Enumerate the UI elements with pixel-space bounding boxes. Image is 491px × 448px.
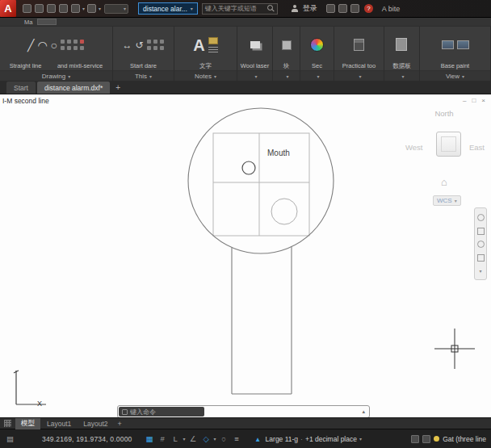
command-line[interactable]: ▴ (117, 405, 370, 417)
tool-label: 文字 (199, 62, 212, 69)
pan-icon[interactable] (477, 228, 485, 235)
lineweight-icon[interactable]: ≡ (232, 433, 242, 444)
document-window-controls: – □ × (463, 97, 485, 104)
navbar-more-icon[interactable]: ▾ (479, 268, 481, 274)
model-space-icon[interactable]: ▤ (5, 433, 15, 444)
search-icon[interactable] (267, 5, 275, 12)
layout-grid-icon[interactable] (4, 420, 11, 427)
chevron-down-icon[interactable]: ▾ (359, 436, 362, 442)
annotation-scale-label[interactable]: Large 11-g (266, 435, 298, 443)
color-wheel-icon[interactable] (310, 38, 324, 52)
snap-toggle-icon[interactable]: # (157, 433, 168, 444)
navigation-bar: ▾ (474, 207, 487, 280)
save-icon[interactable] (47, 4, 56, 13)
command-customize-icon[interactable] (122, 409, 128, 415)
viewcube-cube[interactable] (436, 132, 461, 157)
undo-dropdown-icon[interactable]: ▾ (82, 6, 85, 11)
panel-caption-view[interactable]: View ▾ (420, 70, 490, 81)
exchange-apps-icon[interactable] (338, 4, 347, 13)
tab-start[interactable]: Start (6, 82, 36, 94)
stay-connected-icon[interactable] (350, 4, 359, 13)
zoom-icon[interactable] (477, 241, 485, 248)
document-title[interactable]: distance alar... ▾ (138, 2, 198, 15)
tool-label: Sec (312, 62, 322, 69)
drawing-canvas[interactable]: I-M second line – □ × Mouth X North West… (0, 94, 491, 417)
wcs-dropdown[interactable]: WCS ▾ (433, 195, 461, 206)
command-history-icon[interactable]: ▴ (362, 408, 365, 415)
viewcube-home-icon[interactable]: ⌂ (441, 177, 447, 187)
table-tool-icon[interactable] (208, 37, 218, 44)
move-tool-icon[interactable]: ↔ (122, 40, 132, 50)
orbit-icon[interactable] (477, 254, 485, 262)
app-logo[interactable]: A (0, 0, 16, 17)
panel-expand-icon: ▾ (462, 73, 464, 79)
panel-caption-utilities[interactable]: ▾ (334, 70, 384, 81)
redo-icon[interactable] (87, 4, 96, 13)
close-icon[interactable]: × (481, 97, 485, 104)
dimension-tool-icon[interactable] (208, 47, 218, 53)
ribbon-tab-active[interactable] (37, 19, 57, 25)
panel-caption-clipboard[interactable]: ▾ (384, 70, 419, 81)
circle-tool-icon[interactable]: ○ (51, 40, 57, 51)
new-file-icon[interactable] (23, 4, 31, 13)
clipboard-icon[interactable] (397, 40, 407, 51)
tab-active-document[interactable]: distance alarm.dxf* (37, 82, 110, 94)
panel-caption-modify[interactable]: This ▾ (113, 70, 174, 81)
panel-caption-layers[interactable]: ▾ (237, 70, 272, 81)
text-tool-icon[interactable]: A (193, 37, 204, 53)
search-box[interactable]: 键入关键字或短语 (202, 3, 278, 15)
polar-tracking-icon[interactable]: ∠ (188, 433, 199, 444)
ribbon-tab-home[interactable]: Ma (24, 19, 32, 26)
isolate-objects-icon[interactable] (411, 435, 419, 443)
plot-icon[interactable] (59, 4, 68, 13)
tool-label: Start dare (130, 62, 157, 69)
workspace-mode-label[interactable]: +1 decimal place (305, 435, 357, 443)
command-input-pill[interactable] (119, 407, 204, 417)
login-label[interactable]: 登录 (303, 3, 317, 14)
arc-tool-icon[interactable]: ◠ (37, 40, 47, 51)
help-icon[interactable]: ? (364, 4, 373, 13)
isodraft-icon[interactable]: ◇ (201, 433, 212, 444)
panel-caption-properties[interactable]: ▾ (300, 70, 334, 81)
panel-caption-annotation[interactable]: Notes ▾ (174, 70, 237, 81)
block-icon[interactable] (282, 40, 292, 50)
tab-model[interactable]: 模型 (15, 418, 40, 429)
layers-icon[interactable] (250, 41, 260, 48)
restore-icon[interactable]: □ (472, 97, 476, 104)
drawing-tools-grid[interactable] (61, 40, 85, 51)
viewcube-east-label[interactable]: East (469, 143, 485, 152)
grid-toggle-icon[interactable]: ▦ (145, 433, 155, 444)
viewport-icon[interactable] (442, 40, 454, 49)
line-tool-icon[interactable]: ╱ (27, 40, 34, 51)
modify-tools-grid[interactable] (147, 40, 165, 51)
panel-expand-icon: ▾ (68, 73, 70, 79)
notification-icon[interactable] (434, 436, 439, 442)
new-document-tab-button[interactable]: + (111, 82, 124, 94)
named-view-icon[interactable] (457, 40, 469, 49)
hardware-acceleration-icon[interactable] (422, 435, 430, 443)
panel-caption-block[interactable]: ▾ (273, 70, 300, 81)
rotate-tool-icon[interactable]: ↺ (135, 40, 143, 50)
viewcube-west-label[interactable]: West (405, 143, 422, 152)
minimize-icon[interactable]: – (463, 97, 466, 104)
redo-dropdown-icon[interactable]: ▾ (99, 6, 101, 11)
tab-layout1[interactable]: Layout1 (41, 418, 77, 429)
measure-tool-icon[interactable] (354, 39, 364, 51)
panel-caption-drawing[interactable]: Drawing ▾ (0, 70, 112, 81)
steering-wheel-icon[interactable] (477, 214, 485, 221)
command-input[interactable] (130, 408, 201, 416)
new-layout-button[interactable]: + (115, 420, 125, 428)
workspace-dropdown[interactable]: ▾ (104, 4, 128, 14)
open-file-icon[interactable] (35, 4, 44, 13)
ortho-toggle-icon[interactable]: L (170, 433, 181, 444)
chevron-down-icon[interactable]: ▾ (214, 436, 216, 442)
ribbon-tab-strip: Ma (0, 18, 491, 27)
chevron-down-icon[interactable]: ▾ (183, 436, 186, 442)
tab-layout2[interactable]: Layout2 (78, 418, 113, 429)
undo-icon[interactable] (71, 4, 80, 13)
annotation-scale-icon[interactable]: ▴ (253, 433, 263, 444)
autodesk360-icon[interactable] (326, 4, 335, 13)
viewcube-north-label[interactable]: North (404, 109, 485, 118)
osnap-icon[interactable]: ○ (219, 433, 229, 444)
tool-label: Practical too (342, 62, 376, 69)
